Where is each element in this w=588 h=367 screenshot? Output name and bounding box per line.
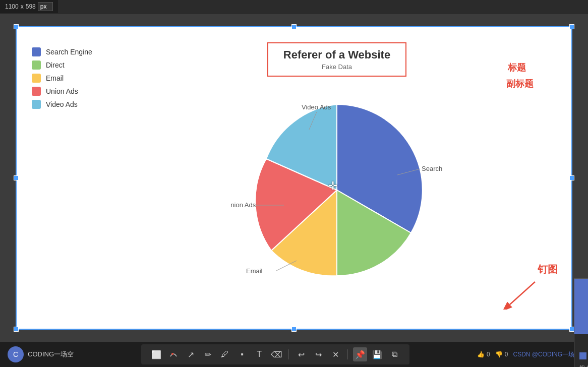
width-value: 1100	[5, 3, 19, 10]
pin-arrow	[500, 279, 540, 312]
tool-frame-button[interactable]: ⬜	[149, 347, 163, 361]
legend-label-direct: Direct	[46, 61, 65, 69]
user-name: CODING一场空	[28, 350, 74, 359]
tool-pin-button[interactable]: 📌	[353, 347, 367, 361]
color-hint1: 按 C 复制颜色值	[579, 363, 588, 367]
unit-input[interactable]	[38, 2, 53, 11]
color-rgb-row: 84，112，198	[579, 350, 588, 360]
handle-top-center[interactable]	[291, 24, 297, 29]
tool-arrow-button[interactable]: ↗	[184, 347, 198, 361]
handle-bot-center[interactable]	[291, 327, 297, 332]
svg-point-6	[171, 353, 173, 355]
toolbar-user-section: C CODING一场空	[8, 346, 74, 362]
tool-text-button[interactable]: T	[252, 347, 266, 361]
bottom-toolbar: C CODING一场空 ⬜ ↗ ✏ 🖊 ▪ T ⌫ ↩ ↪ ✕ 📌 💾 ⧉ 👍 …	[0, 342, 588, 367]
annotation-title: 标题	[508, 62, 526, 74]
likes-section: 👍 0	[477, 351, 490, 358]
color-coords: （1024，657）	[579, 338, 588, 348]
tool-copy-button[interactable]: ⧉	[387, 347, 401, 361]
svg-line-5	[510, 282, 535, 304]
tool-save-button[interactable]: 💾	[370, 347, 384, 361]
chart-legend: Search Engine Direct Email Union Ads Vid…	[32, 47, 123, 109]
chart-card: Search Engine Direct Email Union Ads Vid…	[17, 27, 571, 329]
legend-label-search: Search Engine	[46, 48, 92, 56]
toolbar-divider-1	[288, 349, 289, 359]
dislikes-count: 0	[505, 351, 508, 358]
tool-curve-button[interactable]	[166, 347, 181, 361]
toolbar-right-section: 👍 0 👎 0 CSDN @CODING一场空	[477, 350, 580, 359]
user-avatar: C	[8, 346, 24, 362]
pin-arrow-svg	[500, 279, 540, 310]
pin-annotation-label: 钉图	[538, 263, 558, 276]
chart-title-box: Referer of a Website Fake Data	[267, 42, 406, 77]
handle-top-left[interactable]	[14, 24, 19, 29]
chart-title: Referer of a Website	[283, 48, 390, 62]
handle-bot-left[interactable]	[14, 327, 19, 332]
tool-pen-button[interactable]: ✏	[201, 347, 215, 361]
legend-dot-direct	[32, 60, 41, 70]
legend-item-union: Union Ads	[32, 87, 123, 96]
legend-dot-video	[32, 100, 41, 109]
dimension-separator: x	[21, 3, 24, 10]
tool-highlight-button[interactable]: 🖊	[218, 347, 232, 361]
tool-redo-button[interactable]: ↪	[311, 347, 325, 361]
tool-rect-button[interactable]: ▪	[235, 347, 249, 361]
legend-item-search: Search Engine	[32, 47, 123, 56]
chart-subtitle: Fake Data	[283, 63, 390, 71]
legend-dot-email	[32, 74, 41, 83]
tool-close-button[interactable]: ✕	[328, 347, 342, 361]
pie-label-search: Search Engine	[422, 165, 443, 172]
pie-label-video: Video Ads	[302, 103, 331, 111]
thumbs-up-icon[interactable]: 👍	[477, 351, 485, 358]
color-picker-popup: （1024，657） 84，112，198 按 C 复制颜色值 按 Shift …	[574, 278, 588, 367]
pie-svg: Search Engine Video Ads Union Ads Email	[231, 84, 443, 296]
handle-mid-right[interactable]	[569, 175, 574, 180]
color-rgb-swatch	[579, 352, 586, 359]
chart-right-side: Referer of a Website Fake Data 标题 副标题 ✛	[123, 42, 551, 296]
color-preview-swatch	[574, 279, 588, 334]
legend-label-video: Video Ads	[46, 100, 78, 108]
likes-count: 0	[487, 351, 490, 358]
pie-label-union: Union Ads	[231, 201, 256, 209]
dimension-bar: 1100 x 598	[0, 0, 58, 13]
brand-label: CSDN @CODING一场空	[513, 350, 580, 359]
legend-label-union: Union Ads	[46, 87, 78, 95]
color-info-panel: （1024，657） 84，112，198 按 C 复制颜色值 按 Shift …	[574, 334, 588, 367]
tool-undo-button[interactable]: ↩	[294, 347, 308, 361]
legend-item-direct: Direct	[32, 60, 123, 70]
legend-dot-union	[32, 87, 41, 96]
legend-item-email: Email	[32, 74, 123, 83]
thumbs-down-icon[interactable]: 👎	[495, 351, 503, 358]
canvas-area: Search Engine Direct Email Union Ads Vid…	[0, 14, 588, 342]
toolbar-divider-2	[347, 349, 348, 359]
tool-eraser-button[interactable]: ⌫	[269, 347, 283, 361]
annotation-subtitle: 副标题	[506, 78, 534, 90]
selection-wrapper[interactable]: Search Engine Direct Email Union Ads Vid…	[16, 26, 572, 330]
toolbar-tools: ⬜ ↗ ✏ 🖊 ▪ T ⌫ ↩ ↪ ✕ 📌 💾 ⧉	[141, 344, 409, 364]
pie-label-email: Email	[246, 267, 263, 275]
legend-dot-search	[32, 47, 41, 56]
dislikes-section: 👎 0	[495, 351, 508, 358]
height-value: 598	[26, 3, 36, 10]
legend-label-email: Email	[46, 74, 64, 82]
handle-mid-left[interactable]	[14, 175, 19, 180]
handle-top-right[interactable]	[569, 24, 574, 29]
legend-item-video: Video Ads	[32, 100, 123, 109]
pie-chart: ✛	[231, 84, 443, 296]
